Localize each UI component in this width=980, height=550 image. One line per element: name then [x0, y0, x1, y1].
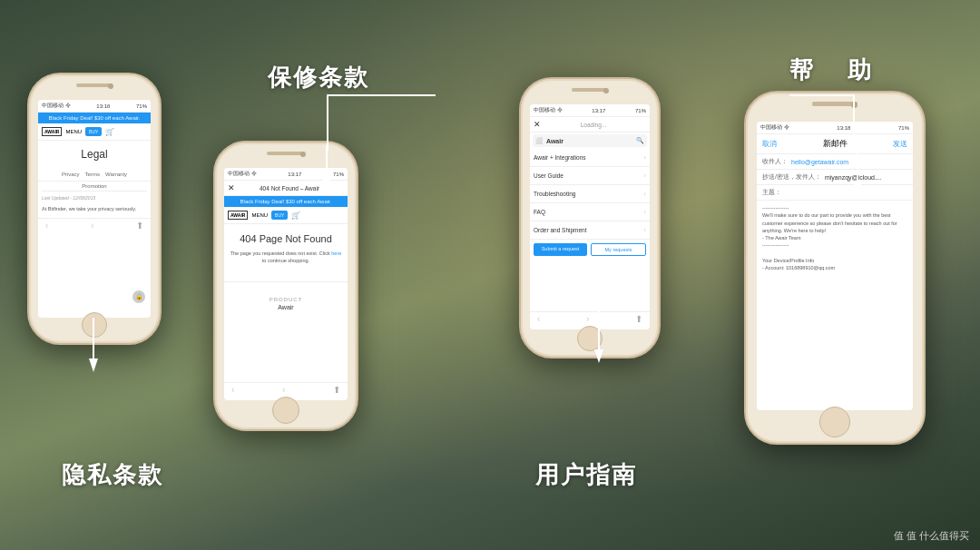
product-name: Awair — [224, 304, 348, 310]
lock-icon-1: 🔒 — [132, 290, 145, 303]
status-bar-1: 中国移动 令 13:16 71% — [38, 100, 151, 113]
close-icon-2[interactable]: ✕ — [228, 183, 235, 192]
chevron-icon-3: › — [643, 208, 646, 216]
screen-legal: 中国移动 令 13:16 71% Black Friday Deal! $30 … — [38, 100, 151, 318]
menu-item-3[interactable]: FAQ › — [530, 203, 650, 221]
warranty-arrow — [313, 145, 340, 200]
nav-menu-2: MENU — [251, 212, 268, 218]
privacy-label: 隐私条款 — [62, 459, 163, 491]
screen-404: 中国移动 令 13:17 71% ✕ 404 Not Found – Awair… — [224, 168, 348, 400]
menu-item-0[interactable]: Awair + Integrations › — [530, 149, 650, 167]
promotion-tab[interactable]: Promotion — [38, 182, 151, 191]
chevron-icon-0: › — [643, 153, 646, 162]
banner-1: Black Friday Deal! $30 off each Awair. — [38, 113, 151, 123]
legal-meta: Last Updated - 12/08/2015 — [38, 192, 151, 204]
request-buttons: Submit a request My requests — [530, 240, 650, 260]
menu-label-2: Troubleshooting — [534, 191, 575, 197]
watermark-text: 值 什么值得买 — [906, 530, 969, 541]
share-icon-3[interactable]: ⬆ — [635, 314, 642, 324]
search-icon-3: ⬜ — [535, 137, 544, 144]
time-2: 13:17 — [288, 172, 301, 177]
watermark: 值 值 什么值得买 — [894, 529, 969, 543]
help-arrow — [844, 145, 871, 204]
fwd-arrow-2[interactable]: › — [282, 385, 285, 395]
cart-icon-1: 🛒 — [105, 128, 114, 136]
camera-1 — [108, 83, 113, 89]
menu-item-4[interactable]: Order and Shipment › — [530, 221, 650, 240]
svg-marker-1 — [89, 358, 98, 372]
to-label: 收件人： — [762, 157, 788, 166]
speaker-3 — [572, 88, 608, 92]
carrier-2: 中国移动 令 — [228, 170, 257, 178]
my-requests-btn[interactable]: My requests — [591, 243, 646, 256]
chevron-icon-1: › — [643, 172, 646, 180]
home-btn-2[interactable] — [272, 397, 299, 424]
help-line-v — [853, 94, 855, 151]
share-icon-2[interactable]: ⬆ — [333, 385, 340, 395]
cancel-btn[interactable]: 取消 — [762, 139, 777, 149]
privacy-arrow — [80, 318, 107, 381]
home-btn-4[interactable] — [819, 407, 850, 437]
screen-email: 中国移动 令 13:18 71% 取消 新邮件 发送 收件人： hello@ge… — [757, 122, 913, 410]
user-guide-arrow — [585, 309, 612, 372]
phone-email: 中国移动 令 13:18 71% 取消 新邮件 发送 收件人： hello@ge… — [744, 91, 926, 445]
status-bar-3: 中国移动 令 13:17 71% — [530, 104, 650, 117]
terms-tab[interactable]: Terms — [85, 172, 100, 177]
menu-item-1[interactable]: User Guide › — [530, 167, 650, 185]
carrier-1: 中国移动 令 — [42, 102, 71, 110]
product-label: PRODUCT — [224, 290, 348, 304]
subject-field: 主题： — [757, 185, 913, 201]
back-arrow-2[interactable]: ‹ — [231, 385, 234, 395]
search-label-3: Awair — [546, 138, 633, 144]
warranty-tab[interactable]: Warranty — [105, 172, 127, 177]
fwd-arrow-1[interactable]: › — [91, 221, 93, 231]
nav-2b: AWAIR MENU BUY 🛒 — [224, 207, 348, 224]
warranty-line-h — [327, 94, 436, 96]
buy-btn-1[interactable]: BUY — [85, 127, 102, 136]
awair-logo-1: AWAIR — [42, 127, 62, 136]
menu-label-4: Order and Shipment — [534, 227, 587, 233]
speaker-2 — [267, 152, 305, 155]
submit-request-btn[interactable]: Submit a request — [534, 243, 587, 256]
svg-marker-7 — [853, 182, 862, 195]
404-body: The page you requested does not exist. C… — [224, 248, 348, 267]
user-guide-label: 用户指南 — [535, 459, 637, 491]
privacy-tab[interactable]: Privacy — [62, 172, 80, 177]
back-arrow-1[interactable]: ‹ — [45, 221, 48, 231]
menu-label-3: FAQ — [534, 209, 545, 215]
carrier-4: 中国移动 令 — [760, 123, 789, 132]
404-link[interactable]: here — [331, 250, 341, 256]
awair-logo-2: AWAIR — [228, 211, 248, 220]
email-body[interactable]: ---------------- We'll make sure to do o… — [757, 201, 913, 275]
product-section: PRODUCT Awair — [224, 281, 348, 310]
carrier-3: 中国移动 令 — [534, 106, 563, 114]
battery-4: 71% — [898, 125, 909, 131]
nav-3: ✕ Loading... — [530, 117, 650, 133]
cart-icon-2: 🛒 — [291, 211, 300, 220]
camera-3 — [603, 88, 609, 93]
help-line-h — [789, 94, 855, 96]
menu-item-2[interactable]: Troubleshooting › — [530, 185, 650, 203]
bottom-nav-2: ‹ › ⬆ — [224, 382, 348, 397]
warranty-label: 保修条款 — [268, 62, 369, 93]
time-3: 13:17 — [592, 108, 605, 113]
to-value[interactable]: hello@getawair.com — [791, 159, 848, 165]
legal-tabs: Privacy Terms Warranty — [38, 168, 151, 182]
speaker-1 — [76, 83, 113, 87]
close-icon-3[interactable]: ✕ — [534, 120, 541, 129]
404-body-text: The page you requested does not exist. C… — [230, 250, 330, 256]
loading-label: Loading... — [541, 122, 646, 128]
send-btn[interactable]: 发送 — [893, 139, 907, 149]
search-bar-3: ⬜ Awair 🔍 — [533, 134, 647, 147]
share-icon-1[interactable]: ⬆ — [136, 221, 143, 231]
legal-title: Legal — [38, 141, 151, 168]
buy-btn-2[interactable]: BUY — [271, 211, 288, 220]
back-arrow-3[interactable]: ‹ — [537, 314, 540, 324]
nav-menu-1: MENU — [65, 129, 82, 134]
cc-label: 抄送/密送，发件人： — [762, 172, 821, 182]
to-field: 收件人： hello@getawair.com — [757, 154, 913, 170]
search-magnifier[interactable]: 🔍 — [636, 137, 644, 144]
time-1: 13:16 — [96, 103, 110, 109]
404-title: 404 Page Not Found — [224, 224, 348, 248]
warranty-line-v — [327, 94, 328, 151]
